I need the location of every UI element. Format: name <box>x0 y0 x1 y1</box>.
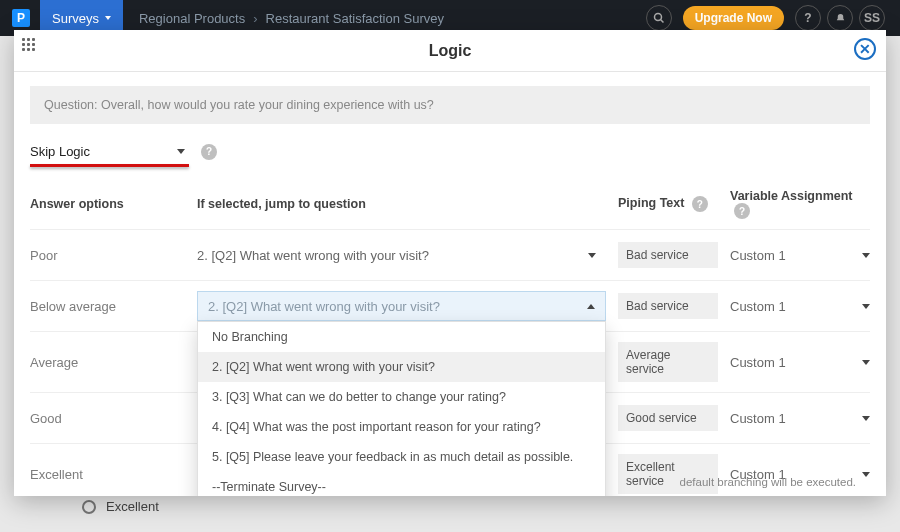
modal-body: Question: Overall, how would you rate yo… <box>14 72 886 496</box>
drag-handle-icon[interactable] <box>22 38 36 52</box>
dropdown-option[interactable]: 5. [Q5] Please leave your feedback in as… <box>198 442 605 472</box>
list-item: Excellent <box>82 499 159 514</box>
chevron-down-icon <box>105 16 111 20</box>
help-icon[interactable]: ? <box>692 196 708 212</box>
dropdown-option[interactable]: 4. [Q4] What was the post important reas… <box>198 412 605 442</box>
table-row: Poor2. [Q2] What went wrong with your vi… <box>30 230 870 281</box>
chevron-down-icon <box>588 253 596 258</box>
avatar[interactable]: SS <box>859 5 885 31</box>
variable-select[interactable]: Custom 1 <box>730 299 870 314</box>
help-icon[interactable]: ? <box>201 144 217 160</box>
piping-text-input[interactable]: Bad service <box>618 293 718 319</box>
highlight-underline <box>30 164 189 167</box>
col-variable: Variable Assignment ? <box>730 189 870 219</box>
answer-option: Poor <box>30 248 185 263</box>
logic-type-label: Skip Logic <box>30 144 90 159</box>
table-header-row: Answer options If selected, jump to ques… <box>30 179 870 230</box>
jump-select-value: 2. [Q2] What went wrong with your visit? <box>197 248 429 263</box>
logic-modal: Logic ✕ Question: Overall, how would you… <box>14 30 886 496</box>
variable-select-value: Custom 1 <box>730 248 786 263</box>
menu-label: Surveys <box>52 11 99 26</box>
modal-titlebar: Logic ✕ <box>14 30 886 72</box>
col-jump: If selected, jump to question <box>197 197 606 211</box>
col-piping: Piping Text ? <box>618 196 718 212</box>
chevron-down-icon <box>862 304 870 309</box>
variable-select[interactable]: Custom 1 <box>730 355 870 370</box>
dropdown-option[interactable]: 2. [Q2] What went wrong with your visit? <box>198 352 605 382</box>
answer-option: Average <box>30 355 185 370</box>
variable-select-value: Custom 1 <box>730 355 786 370</box>
app-logo: P <box>12 9 30 27</box>
jump-select-value: 2. [Q2] What went wrong with your visit? <box>208 299 440 314</box>
piping-text-input[interactable]: Good service <box>618 405 718 431</box>
modal-title: Logic <box>429 42 472 60</box>
default-branch-note: default branching will be executed. <box>680 476 856 488</box>
chevron-down-icon <box>862 416 870 421</box>
chevron-down-icon <box>177 149 185 154</box>
chevron-down-icon <box>862 360 870 365</box>
jump-select[interactable]: 2. [Q2] What went wrong with your visit? <box>197 240 606 270</box>
chevron-down-icon <box>862 472 870 477</box>
answer-option: Excellent <box>30 467 185 482</box>
dropdown-option[interactable]: No Branching <box>198 322 605 352</box>
chevron-up-icon <box>587 304 595 309</box>
jump-select[interactable]: 2. [Q2] What went wrong with your visit? <box>197 291 606 321</box>
bell-icon[interactable] <box>827 5 853 31</box>
help-icon[interactable]: ? <box>734 203 750 219</box>
upgrade-button[interactable]: Upgrade Now <box>683 6 784 30</box>
radio-label: Excellent <box>106 499 159 514</box>
col-answer: Answer options <box>30 197 185 211</box>
answer-option: Below average <box>30 299 185 314</box>
variable-select-value: Custom 1 <box>730 299 786 314</box>
breadcrumb: Regional Products › Restaurant Satisfact… <box>131 11 452 26</box>
piping-text-input[interactable]: Excellent service <box>618 454 718 494</box>
breadcrumb-item[interactable]: Restaurant Satisfaction Survey <box>258 11 452 26</box>
help-icon[interactable]: ? <box>795 5 821 31</box>
piping-text-input[interactable]: Average service <box>618 342 718 382</box>
logic-type-select[interactable]: Skip Logic <box>30 138 185 165</box>
breadcrumb-item[interactable]: Regional Products <box>131 11 253 26</box>
search-icon[interactable] <box>646 5 672 31</box>
answer-option: Good <box>30 411 185 426</box>
jump-dropdown-panel[interactable]: No Branching2. [Q2] What went wrong with… <box>197 321 606 496</box>
variable-select[interactable]: Custom 1 <box>730 248 870 263</box>
close-icon[interactable]: ✕ <box>854 38 876 60</box>
chevron-down-icon <box>862 253 870 258</box>
radio-icon <box>82 500 96 514</box>
variable-select[interactable]: Custom 1 <box>730 411 870 426</box>
question-text: Question: Overall, how would you rate yo… <box>30 86 870 124</box>
svg-point-0 <box>654 14 661 21</box>
variable-select-value: Custom 1 <box>730 411 786 426</box>
dropdown-option[interactable]: --Terminate Survey-- <box>198 472 605 496</box>
piping-text-input[interactable]: Bad service <box>618 242 718 268</box>
dropdown-option[interactable]: 3. [Q3] What can we do better to change … <box>198 382 605 412</box>
svg-line-1 <box>660 20 663 23</box>
